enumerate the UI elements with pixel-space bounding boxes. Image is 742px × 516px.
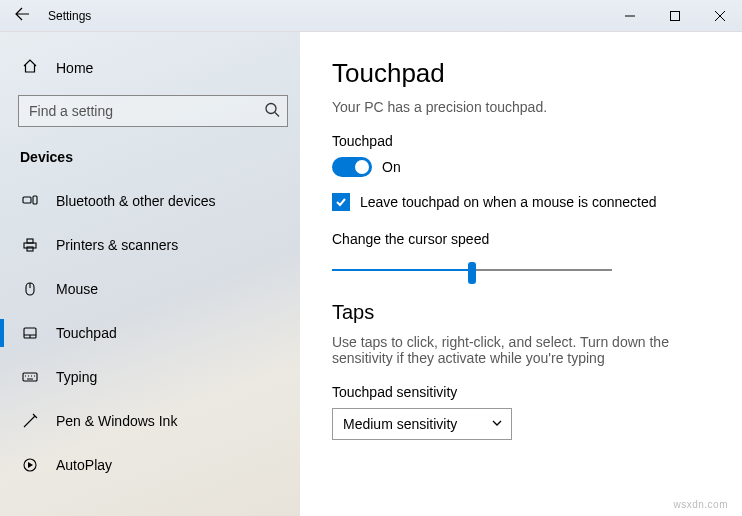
sidebar-item-label: Touchpad: [56, 325, 117, 341]
chevron-down-icon: [491, 416, 503, 432]
svg-rect-0: [670, 11, 679, 20]
watermark: wsxdn.com: [673, 499, 728, 510]
sidebar-item-label: Printers & scanners: [56, 237, 178, 253]
sidebar: Home Devices Bluetooth & other devices P…: [0, 32, 300, 516]
sidebar-item-label: Typing: [56, 369, 97, 385]
printer-icon: [22, 237, 38, 253]
touchpad-toggle-state: On: [382, 159, 401, 175]
search-icon: [264, 102, 280, 121]
sensitivity-label: Touchpad sensitivity: [332, 384, 714, 400]
sidebar-item-touchpad[interactable]: Touchpad: [0, 311, 300, 355]
window-title: Settings: [48, 9, 91, 23]
cursor-speed-slider[interactable]: [332, 259, 612, 283]
sidebar-item-pen[interactable]: Pen & Windows Ink: [0, 399, 300, 443]
sidebar-home[interactable]: Home: [0, 50, 300, 91]
devices-icon: [22, 193, 38, 209]
keyboard-icon: [22, 369, 38, 385]
slider-thumb[interactable]: [468, 262, 476, 284]
svg-point-1: [266, 104, 276, 114]
home-icon: [22, 58, 38, 77]
main-panel: Touchpad Your PC has a precision touchpa…: [300, 32, 742, 516]
title-bar: Settings: [0, 0, 742, 32]
sensitivity-value: Medium sensitivity: [343, 416, 483, 432]
taps-heading: Taps: [332, 301, 714, 324]
leave-touchpad-on-checkbox[interactable]: [332, 193, 350, 211]
sidebar-item-printers[interactable]: Printers & scanners: [0, 223, 300, 267]
window-close-button[interactable]: [697, 0, 742, 32]
sidebar-item-label: Mouse: [56, 281, 98, 297]
cursor-speed-label: Change the cursor speed: [332, 231, 714, 247]
leave-touchpad-on-row[interactable]: Leave touchpad on when a mouse is connec…: [332, 193, 714, 211]
sidebar-item-label: Bluetooth & other devices: [56, 193, 216, 209]
sidebar-item-label: AutoPlay: [56, 457, 112, 473]
sidebar-item-autoplay[interactable]: AutoPlay: [0, 443, 300, 487]
mouse-icon: [22, 281, 38, 297]
window-maximize-button[interactable]: [652, 0, 697, 32]
sidebar-item-mouse[interactable]: Mouse: [0, 267, 300, 311]
sidebar-item-typing[interactable]: Typing: [0, 355, 300, 399]
touchpad-toggle-label: Touchpad: [332, 133, 714, 149]
svg-rect-9: [23, 373, 37, 381]
svg-rect-3: [33, 196, 37, 204]
page-heading: Touchpad: [332, 58, 714, 89]
page-subtitle: Your PC has a precision touchpad.: [332, 99, 714, 115]
touchpad-icon: [22, 325, 38, 341]
svg-rect-5: [27, 239, 33, 243]
window-minimize-button[interactable]: [607, 0, 652, 32]
back-button[interactable]: [14, 6, 30, 25]
pen-icon: [22, 413, 38, 429]
sidebar-group-header: Devices: [0, 145, 300, 179]
leave-touchpad-on-label: Leave touchpad on when a mouse is connec…: [360, 194, 657, 210]
autoplay-icon: [22, 457, 38, 473]
sidebar-item-label: Pen & Windows Ink: [56, 413, 177, 429]
search-field[interactable]: [18, 95, 288, 127]
sensitivity-select[interactable]: Medium sensitivity: [332, 408, 512, 440]
sidebar-home-label: Home: [56, 60, 93, 76]
sidebar-item-bluetooth[interactable]: Bluetooth & other devices: [0, 179, 300, 223]
search-input[interactable]: [18, 95, 288, 127]
touchpad-toggle[interactable]: [332, 157, 372, 177]
taps-description: Use taps to click, right-click, and sele…: [332, 334, 714, 366]
svg-rect-2: [23, 197, 31, 203]
